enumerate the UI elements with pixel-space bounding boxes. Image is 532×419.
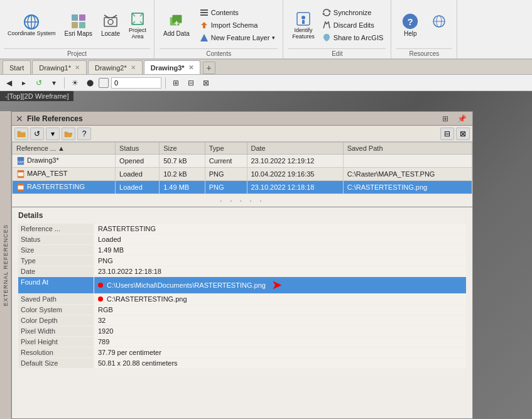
resources-extra-button[interactable]: . (426, 11, 452, 39)
cell-type: PNG (205, 181, 247, 194)
toolbar2-layers-button[interactable]: ⊟ (185, 77, 197, 89)
new-feature-layer-button[interactable]: New Feature Layer ▾ (197, 32, 278, 43)
dots-separator: · · · · · (12, 194, 472, 207)
panel-toolbar-right: ⊟ ⊠ (440, 128, 470, 140)
ptb-folder-button[interactable] (14, 128, 28, 140)
table-row[interactable]: DWGDrawing3* Opened 50.7 kB Current 23.1… (13, 155, 472, 168)
detail-value: 37.79 per centimeter (94, 347, 466, 357)
svg-rect-37 (18, 173, 24, 177)
share-arcgis-button[interactable]: Share to ArcGIS (320, 32, 386, 43)
esri-maps-icon (70, 13, 87, 30)
esri-maps-button[interactable]: Esri Maps (61, 11, 96, 39)
detail-label: Default Size (18, 358, 94, 368)
col-size[interactable]: Size (160, 143, 205, 155)
cell-size: 50.7 kB (160, 155, 205, 168)
cell-date: 23.10.2022 12:18:18 (247, 181, 343, 194)
saved-path-dot (98, 297, 103, 302)
cell-reference: DWGDrawing3* (13, 155, 116, 168)
svg-rect-8 (104, 18, 117, 26)
tab-drawing2-close[interactable]: ✕ (131, 64, 136, 71)
synchronize-label: Synchronize (334, 9, 372, 16)
project-area-button[interactable]: ProjectArea (125, 8, 150, 42)
identify-features-icon (295, 10, 312, 28)
detail-label: Color Depth (18, 315, 94, 325)
help-button[interactable]: ? Help (396, 11, 424, 39)
panel-grid-button[interactable]: ⊞ (438, 112, 452, 125)
tab-drawing3[interactable]: Drawing3* ✕ (144, 60, 200, 74)
resources-extra-icon (430, 13, 448, 30)
col-status[interactable]: Status (116, 143, 160, 155)
synchronize-button[interactable]: Synchronize (320, 7, 386, 18)
cell-type: PNG (205, 168, 247, 181)
toolbar2-sun-button[interactable]: ☀ (68, 77, 81, 89)
toolbar2-circle-button[interactable]: ⬤ (84, 77, 96, 89)
coordinate-system-label: Coordinate System (8, 31, 56, 37)
edit-group-label: Edit (288, 48, 386, 57)
toolbar2-dropdown-button[interactable]: ▾ (48, 77, 60, 89)
toolbar2-info-button[interactable]: ⊠ (200, 77, 212, 89)
detail-value: Loaded (94, 234, 466, 244)
add-data-icon: + (168, 13, 185, 30)
toolbar2-play-button[interactable]: ▸ (18, 77, 30, 89)
cell-size: 10.2 kB (160, 168, 205, 181)
ptb-refresh-button[interactable]: ↺ (30, 128, 44, 140)
coordinate-system-icon (23, 13, 40, 31)
col-saved-path[interactable]: Saved Path (343, 143, 472, 155)
toolbar2-number-input[interactable] (111, 77, 161, 89)
col-date[interactable]: Date (247, 143, 343, 155)
svg-text:+: + (174, 18, 179, 28)
panel-title: File References (27, 114, 83, 123)
svg-rect-22 (200, 14, 208, 16)
panel-pin-button[interactable]: 📌 (455, 112, 469, 125)
ptb-help-button[interactable]: ? (77, 128, 91, 140)
ribbon-group-resources: ? Help . Resources (391, 0, 457, 58)
ptb-open-folder-button[interactable] (62, 128, 75, 140)
table-row[interactable]: MAPA_TEST Loaded 10.2 kB PNG 10.04.2022 … (13, 168, 472, 181)
svg-rect-7 (79, 22, 85, 28)
ptb-dropdown-button[interactable]: ▾ (46, 128, 60, 140)
contents-button[interactable]: Contents (197, 7, 278, 18)
coordinate-system-button[interactable]: Coordinate System (4, 11, 60, 39)
contents-label: Contents (211, 9, 239, 16)
esri-maps-label: Esri Maps (65, 30, 92, 37)
add-data-button[interactable]: + Add Data (160, 3, 193, 47)
toolbar2-undo-button[interactable]: ◀ (3, 77, 15, 89)
ribbon-group-contents: + Add Data Contents Import Schema (155, 0, 283, 58)
detail-label: Pixel Height (18, 337, 94, 347)
identify-features-button[interactable]: IdentifyFeatures (288, 8, 318, 42)
tab-drawing2[interactable]: Drawing2* ✕ (88, 60, 143, 74)
import-schema-button[interactable]: Import Schema (197, 19, 278, 31)
detail-label: Reference ... (18, 224, 94, 234)
tab-start[interactable]: Start (3, 60, 31, 74)
discard-edits-icon (322, 21, 331, 30)
ptb-settings-button[interactable]: ⊠ (456, 128, 470, 140)
table-row[interactable]: RASTERTESTING Loaded 1.49 MB PNG 23.10.2… (13, 181, 472, 194)
new-feature-layer-arrow: ▾ (272, 35, 275, 41)
col-reference[interactable]: Reference ... ▲ (13, 143, 116, 155)
toolbar2-square-button[interactable] (99, 78, 109, 88)
locate-button[interactable]: Locate (97, 11, 124, 39)
toolbar2-rotate-button[interactable]: ↺ (33, 77, 45, 89)
detail-label: Status (18, 234, 94, 244)
detail-value: PNG (94, 256, 466, 266)
svg-marker-23 (200, 34, 208, 41)
ext-ref-panel: ✕ File References ⊞ 📌 ↺ ▾ ? ⊟ ⊠ (11, 111, 473, 419)
file-references-table: Reference ... ▲ Status Size Type Date Sa… (12, 142, 472, 194)
panel-close-button[interactable]: ✕ (16, 114, 23, 123)
detail-value: RGB (94, 305, 466, 315)
tab-drawing1[interactable]: Drawing1* ✕ (32, 60, 87, 74)
project-area-label: ProjectArea (129, 28, 146, 40)
tab-drawing3-close[interactable]: ✕ (188, 64, 193, 71)
toolbar2-grid-button[interactable]: ⊞ (170, 77, 182, 89)
col-type[interactable]: Type (205, 143, 247, 155)
ptb-view-button[interactable]: ⊟ (440, 128, 454, 140)
tab-drawing1-close[interactable]: ✕ (75, 64, 80, 71)
tab-add-button[interactable]: + (203, 62, 215, 74)
svg-rect-26 (302, 20, 305, 24)
details-grid: Reference ...RASTERTESTINGStatusLoadedSi… (18, 224, 466, 368)
discard-edits-label: Discard Edits (334, 21, 374, 29)
cell-size: 1.49 MB (160, 181, 205, 194)
detail-value: 32 (94, 315, 466, 325)
discard-edits-button[interactable]: Discard Edits (320, 19, 386, 31)
detail-label: Type (18, 256, 94, 266)
